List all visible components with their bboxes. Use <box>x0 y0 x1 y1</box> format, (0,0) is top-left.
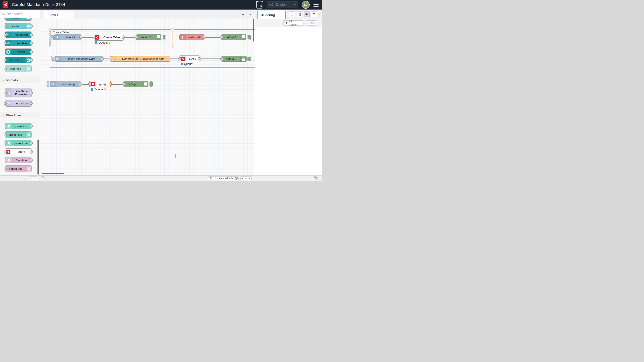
inject-button[interactable] <box>51 56 55 61</box>
debug-filter-button[interactable]: all nodes ▾ <box>284 20 304 25</box>
canvas-horizontal-scrollbar[interactable] <box>42 173 64 174</box>
double-chevron-up-icon: « <box>30 178 32 179</box>
node-status: Queue: 0 <box>95 41 111 44</box>
palette-node-notification[interactable]: notification <box>5 18 32 21</box>
zoom-controls: − ○ + <box>240 176 252 180</box>
palette-section-formats[interactable]: ⌄ formats <box>0 77 40 83</box>
tab-flow-1[interactable]: Flow 1 <box>42 11 74 19</box>
search-icon <box>2 12 5 15</box>
flowfuse-logo-icon <box>2 1 8 8</box>
bug-icon <box>305 12 308 16</box>
debug-toggle-button[interactable] <box>149 81 153 87</box>
palette-node-ff-mqtt-out[interactable]: ff mqtt out <box>5 166 32 172</box>
palette-search[interactable]: filter nodes <box>0 10 40 18</box>
palette-node-audio[interactable]: audio <box>5 23 32 29</box>
palette-node-datetime-formatter[interactable]: Date/Time Formatter <box>5 88 32 97</box>
user-avatar[interactable]: su <box>302 1 310 9</box>
inject-arrow-icon <box>55 56 61 61</box>
flow-node-query-selected[interactable]: query <box>89 81 111 87</box>
flow-node-query-2[interactable]: query <box>180 55 200 62</box>
palette-node-progress[interactable]: progress % <box>5 65 32 72</box>
palette-node-markdown[interactable]: M↓ markdown <box>5 31 32 38</box>
wire[interactable] <box>81 37 94 38</box>
zoom-reset-button[interactable]: ○ <box>244 177 248 180</box>
palette-node-ui-control[interactable]: ui control <box>5 57 32 63</box>
chevron-down-icon: ⌄ <box>2 114 4 117</box>
inject-arrow-icon <box>50 81 56 87</box>
open-dashboard-button[interactable] <box>313 176 318 180</box>
book-icon <box>298 12 302 16</box>
palette-scroll-area: notification audio M↓ markdown <box>0 18 40 176</box>
config-tab-button[interactable]: ⚙ <box>311 11 317 17</box>
flowfuse-icon <box>5 123 11 129</box>
flow-node-insert-simulated-data[interactable]: Insert simulated Data <box>55 56 103 62</box>
palette-node-ff-mqtt-in[interactable]: ff mqtt in <box>5 157 32 163</box>
ai-assistant-icon[interactable]: ✦ ✦ AI <box>256 1 263 8</box>
chevron-down-icon: ⌄ <box>2 79 4 81</box>
sidebar-tab-debug[interactable]: debug <box>258 11 286 19</box>
zoom-out-button[interactable]: − <box>241 177 244 180</box>
palette-expand-all-button[interactable]: » <box>33 176 37 180</box>
wire[interactable] <box>200 58 222 59</box>
debug-list-icon <box>240 56 246 61</box>
wire[interactable] <box>124 37 136 38</box>
palette-node-project-out[interactable]: project out <box>5 131 32 138</box>
flow-node-debug-1[interactable]: debug 1 <box>136 34 161 40</box>
palette-scrollbar[interactable] <box>38 140 39 175</box>
main-menu-button[interactable] <box>314 3 318 7</box>
help-tab-button[interactable] <box>297 11 302 17</box>
flow-node-catch-all[interactable]: ! catch: all <box>179 34 204 40</box>
deploy-button[interactable]: Deploy ▾ <box>267 1 298 8</box>
sparkle-icon: ✦ <box>256 0 258 3</box>
palette-section-flowfuse[interactable]: ⌄ FlowFuse <box>0 112 40 118</box>
inject-arrow-icon <box>54 34 60 40</box>
flow-node-inject[interactable]: inject ¹ <box>54 34 81 40</box>
debug-toggle-button[interactable] <box>162 35 166 40</box>
sidebar-options-chevron[interactable]: ▾ <box>318 13 320 16</box>
flow-node-debug-6[interactable]: debug 6 <box>221 34 246 40</box>
inject-button[interactable] <box>50 35 54 40</box>
wire[interactable] <box>111 84 124 85</box>
palette-node-project-in[interactable]: project in <box>5 123 32 129</box>
sparkle-small-icon: ✦ <box>259 1 260 3</box>
debug-clear-button[interactable]: all ▾ <box>306 20 317 25</box>
circle-arrow-icon <box>5 49 11 55</box>
map-icon <box>235 177 238 180</box>
flow-node-timestamp[interactable]: timestamp <box>50 81 81 87</box>
add-flow-button[interactable]: + <box>242 12 244 17</box>
update-available-button[interactable]: Update available <box>208 176 235 180</box>
canvas-search-button[interactable] <box>41 176 45 180</box>
zoom-in-button[interactable]: + <box>248 177 251 180</box>
flow-node-debug-3[interactable]: debug 3 <box>123 81 148 87</box>
canvas-vertical-scrollbar[interactable] <box>253 19 254 41</box>
debug-list-icon <box>142 81 148 87</box>
info-tab-button[interactable]: i <box>289 11 295 17</box>
deploy-options-chevron[interactable]: ▾ <box>292 1 296 8</box>
palette-node-event[interactable]: event <box>5 48 32 55</box>
debug-toggle-button[interactable] <box>247 35 251 40</box>
navigator-button[interactable] <box>234 176 238 180</box>
deploy-icon <box>269 2 274 7</box>
palette-node-humanizer[interactable]: humanizer <box>5 100 32 107</box>
palette-node-query[interactable]: query <box>5 149 32 155</box>
exclamation-icon: ! <box>180 34 186 40</box>
debug-tab-button[interactable] <box>304 11 310 17</box>
flow-node-function-generate[interactable]: ƒ Generate last 7 days sensor data <box>110 56 170 62</box>
palette-collapse-all-button[interactable]: « <box>29 176 33 180</box>
gear-icon: ⚙ <box>312 12 316 16</box>
flow-node-debug-2[interactable]: debug 2 <box>222 56 246 62</box>
palette-node-template[interactable]: </> template <box>5 40 32 46</box>
flow-canvas[interactable]: Create Table inject ¹ <box>40 19 255 176</box>
flow-node-create-table-query[interactable]: Create Table <box>94 34 124 41</box>
wire[interactable] <box>204 37 222 38</box>
trash-icon <box>308 22 309 24</box>
palette-node-project-call[interactable]: project call <box>5 140 32 146</box>
inject-button[interactable] <box>46 81 50 87</box>
debug-toggle-button[interactable] <box>248 56 251 61</box>
wire[interactable] <box>81 84 90 85</box>
status-dot <box>95 41 97 44</box>
sidebar-panel: debug i ⚙ ▾ <box>255 10 322 176</box>
cube-icon <box>210 177 212 180</box>
flowfuse-icon <box>25 132 31 138</box>
flow-list-chevron[interactable]: ▾ <box>250 13 251 16</box>
